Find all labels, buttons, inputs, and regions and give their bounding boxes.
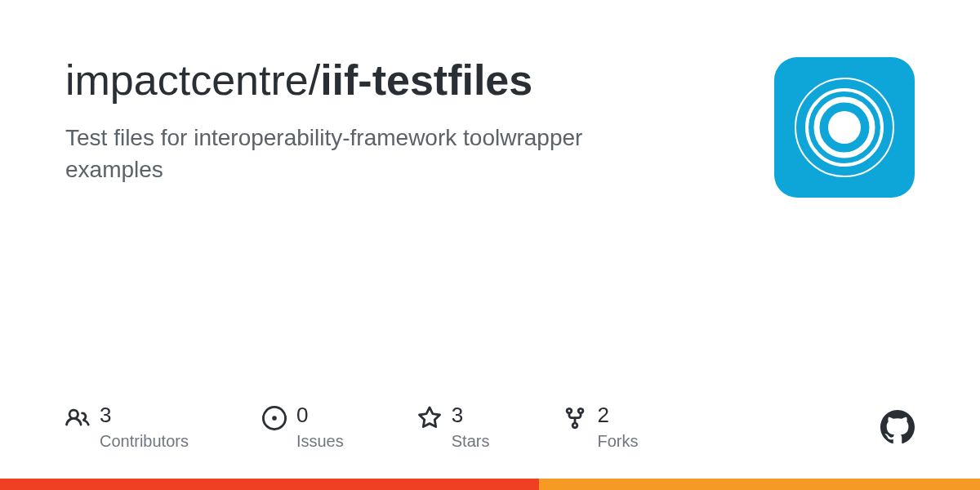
people-icon — [65, 406, 90, 434]
repo-title[interactable]: impactcentre/iif-testfiles — [65, 57, 742, 104]
stat-forks[interactable]: 2 Forks — [563, 404, 638, 451]
issue-icon — [262, 406, 287, 434]
stat-body: 2 Forks — [597, 404, 638, 451]
forks-count: 2 — [597, 404, 638, 425]
contributors-count: 3 — [100, 404, 189, 425]
issues-count: 0 — [296, 404, 344, 425]
repo-separator: / — [309, 56, 320, 104]
stats-row: 3 Contributors 0 Issues 3 Stars — [65, 404, 915, 451]
language-bar — [0, 479, 980, 490]
stars-label: Stars — [452, 432, 490, 451]
repo-name[interactable]: iif-testfiles — [320, 56, 532, 104]
stars-count: 3 — [452, 404, 490, 425]
repo-owner[interactable]: impactcentre — [65, 56, 309, 104]
avatar-logo-icon — [787, 70, 902, 185]
stat-body: 3 Contributors — [100, 404, 189, 451]
stat-contributors[interactable]: 3 Contributors — [65, 404, 189, 451]
stat-issues[interactable]: 0 Issues — [262, 404, 344, 451]
repo-card: impactcentre/iif-testfiles Test files fo… — [0, 0, 980, 490]
repo-description: Test files for interoperability-framewor… — [65, 122, 653, 185]
contributors-label: Contributors — [100, 432, 189, 451]
stat-body: 0 Issues — [296, 404, 344, 451]
issues-label: Issues — [296, 432, 344, 451]
stat-body: 3 Stars — [452, 404, 490, 451]
header-row: impactcentre/iif-testfiles Test files fo… — [65, 57, 915, 198]
fork-icon — [563, 406, 587, 434]
github-logo-icon[interactable] — [880, 410, 915, 448]
star-icon — [417, 406, 442, 434]
svg-point-3 — [828, 111, 861, 144]
title-section: impactcentre/iif-testfiles Test files fo… — [65, 57, 742, 186]
stat-stars[interactable]: 3 Stars — [417, 404, 490, 451]
forks-label: Forks — [597, 432, 638, 451]
org-avatar[interactable] — [774, 57, 915, 198]
